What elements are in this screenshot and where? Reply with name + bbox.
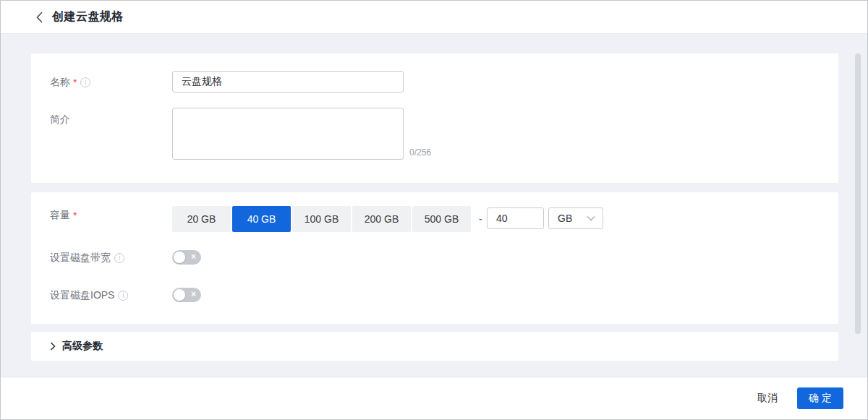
- info-icon[interactable]: i: [118, 291, 128, 301]
- disk-bandwidth-toggle[interactable]: ×: [172, 250, 201, 265]
- custom-capacity-input[interactable]: [487, 207, 544, 229]
- toggle-off-icon: ×: [191, 288, 196, 302]
- confirm-button[interactable]: 确 定: [797, 387, 843, 409]
- basic-info-card: 名称*i 简介 0/256: [31, 53, 838, 183]
- info-icon[interactable]: i: [80, 77, 90, 87]
- description-label: 简介: [50, 113, 70, 127]
- chevron-down-icon: [587, 215, 595, 221]
- capacity-option-40gb[interactable]: 40 GB: [232, 206, 291, 232]
- back-button[interactable]: 创建云盘规格: [36, 9, 124, 25]
- description-textarea[interactable]: [172, 108, 404, 160]
- capacity-option-200gb[interactable]: 200 GB: [352, 206, 411, 232]
- disk-iops-toggle[interactable]: ×: [172, 288, 201, 302]
- back-chevron-icon: [36, 12, 43, 23]
- name-input[interactable]: [172, 71, 404, 93]
- capacity-option-20gb[interactable]: 20 GB: [172, 206, 231, 232]
- required-mark: *: [73, 77, 77, 88]
- cancel-button[interactable]: 取消: [757, 392, 778, 405]
- capacity-card: 容量* 20 GB 40 GB 100 GB 200 GB 500 GB - G…: [31, 192, 838, 324]
- advanced-params-section[interactable]: 高级参数: [31, 332, 838, 361]
- toggle-knob: [174, 252, 185, 263]
- create-disk-offering-page: 创建云盘规格 名称*i 简介 0/256 容量* 20 GB 40 GB 100…: [0, 0, 868, 420]
- name-label: 名称*i: [50, 76, 90, 89]
- capacity-option-100gb[interactable]: 100 GB: [292, 206, 351, 232]
- required-mark: *: [73, 210, 77, 221]
- disk-iops-label: 设置磁盘IOPSi: [50, 289, 128, 302]
- toggle-knob: [174, 289, 185, 301]
- scrollbar-thumb[interactable]: [855, 53, 861, 334]
- info-icon[interactable]: i: [114, 253, 124, 263]
- footer-bar: 取消 确 定: [1, 377, 867, 419]
- disk-bandwidth-label: 设置磁盘带宽i: [50, 252, 124, 265]
- toggle-off-icon: ×: [191, 250, 196, 265]
- range-separator: -: [479, 206, 482, 232]
- capacity-option-group: 20 GB 40 GB 100 GB 200 GB 500 GB: [172, 206, 472, 232]
- capacity-label: 容量*: [50, 209, 77, 222]
- page-header: 创建云盘规格: [1, 1, 867, 34]
- unit-select[interactable]: GB: [548, 207, 603, 229]
- capacity-option-500gb[interactable]: 500 GB: [412, 206, 471, 232]
- char-counter: 0/256: [409, 147, 431, 158]
- page-title: 创建云盘规格: [52, 9, 124, 25]
- chevron-right-icon: [50, 342, 56, 351]
- unit-select-value: GB: [558, 213, 572, 224]
- advanced-params-label: 高级参数: [62, 340, 103, 353]
